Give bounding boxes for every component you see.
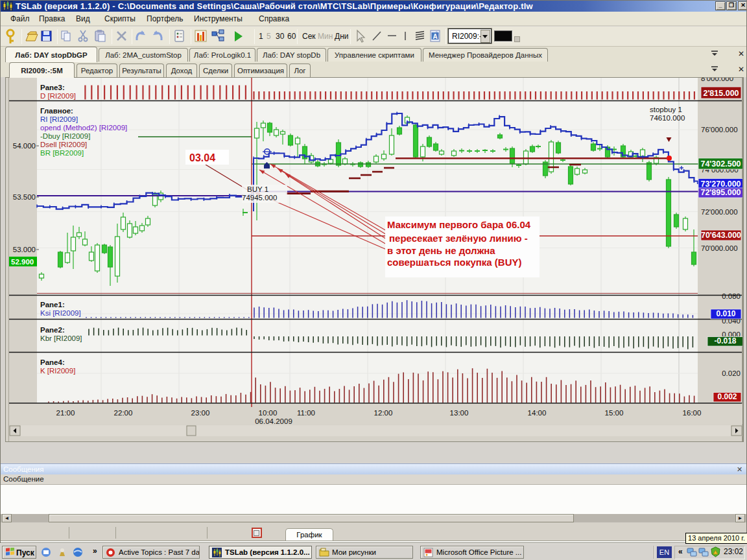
svg-text:A: A (433, 33, 437, 40)
